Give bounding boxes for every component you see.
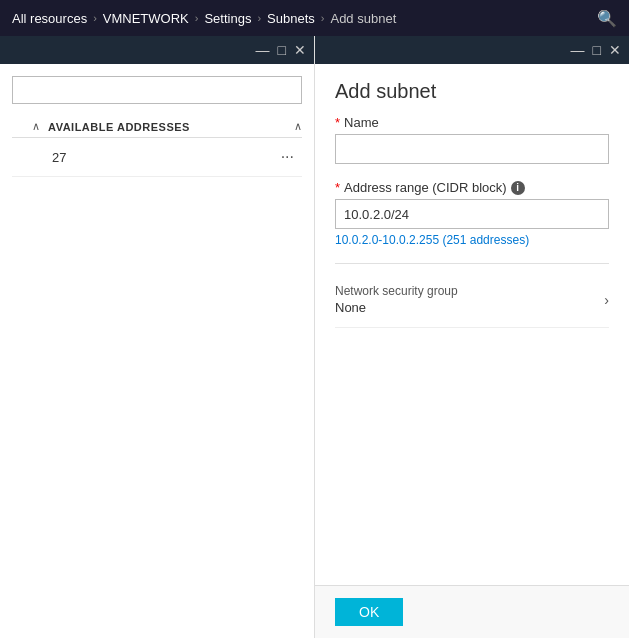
nav-subnets[interactable]: Subnets — [267, 11, 315, 26]
nsg-selector[interactable]: Network security group None › — [335, 272, 609, 328]
nav-chevron-4: › — [321, 12, 325, 24]
left-maximize-button[interactable]: □ — [278, 42, 286, 58]
caret-right-icon: ∧ — [294, 120, 302, 133]
address-required-star: * — [335, 180, 340, 195]
name-input[interactable] — [335, 134, 609, 164]
table-header: ∧ AVAILABLE ADDRESSES ∧ — [12, 112, 302, 138]
name-label: * Name — [335, 115, 609, 130]
nav-add-subnet: Add subnet — [330, 11, 396, 26]
nsg-label: Network security group — [335, 284, 458, 298]
right-close-button[interactable]: ✕ — [609, 42, 621, 58]
nsg-chevron-icon: › — [604, 292, 609, 308]
left-close-button[interactable]: ✕ — [294, 42, 306, 58]
nav-settings[interactable]: Settings — [204, 11, 251, 26]
right-panel: — □ ✕ Add subnet * Name * Address range … — [315, 36, 629, 638]
address-range-label-text: Address range (CIDR block) — [344, 180, 507, 195]
right-maximize-button[interactable]: □ — [593, 42, 601, 58]
ok-button[interactable]: OK — [335, 598, 403, 626]
left-panel-content: ∧ AVAILABLE ADDRESSES ∧ 27 ··· — [0, 64, 314, 177]
left-panel-window-controls: — □ ✕ — [0, 36, 314, 64]
nsg-value: None — [335, 300, 458, 315]
nav-chevron-3: › — [257, 12, 261, 24]
panel-footer: OK — [315, 585, 629, 638]
table-row: 27 ··· — [12, 138, 302, 177]
nsg-row-left: Network security group None — [335, 284, 458, 315]
address-hint: 10.0.2.0-10.0.2.255 (251 addresses) — [335, 233, 609, 247]
left-panel: — □ ✕ ∧ AVAILABLE ADDRESSES ∧ 27 ··· — [0, 36, 315, 638]
form-divider — [335, 263, 609, 264]
nav-vmnetwork[interactable]: VMNETWORK — [103, 11, 189, 26]
address-range-label: * Address range (CIDR block) i — [335, 180, 609, 195]
search-icon[interactable]: 🔍 — [597, 9, 617, 28]
available-addresses-value: 27 — [52, 150, 273, 165]
left-minimize-button[interactable]: — — [256, 42, 270, 58]
name-label-text: Name — [344, 115, 379, 130]
address-range-field-group: * Address range (CIDR block) i 10.0.2.0-… — [335, 180, 609, 247]
col-available-addresses: AVAILABLE ADDRESSES — [48, 121, 294, 133]
nav-chevron-1: › — [93, 12, 97, 24]
nav-chevron-2: › — [195, 12, 199, 24]
address-range-input[interactable] — [335, 199, 609, 229]
name-field-group: * Name — [335, 115, 609, 164]
top-nav: All resources › VMNETWORK › Settings › S… — [0, 0, 629, 36]
search-input[interactable] — [12, 76, 302, 104]
info-icon[interactable]: i — [511, 181, 525, 195]
caret-up-icon: ∧ — [32, 120, 40, 133]
right-minimize-button[interactable]: — — [571, 42, 585, 58]
right-panel-window-controls: — □ ✕ — [315, 36, 629, 64]
form-body: * Name * Address range (CIDR block) i 10… — [315, 115, 629, 585]
name-required-star: * — [335, 115, 340, 130]
panel-title: Add subnet — [315, 64, 629, 115]
more-options-button[interactable]: ··· — [273, 148, 302, 166]
nav-all-resources[interactable]: All resources — [12, 11, 87, 26]
main-area: — □ ✕ ∧ AVAILABLE ADDRESSES ∧ 27 ··· — □… — [0, 36, 629, 638]
